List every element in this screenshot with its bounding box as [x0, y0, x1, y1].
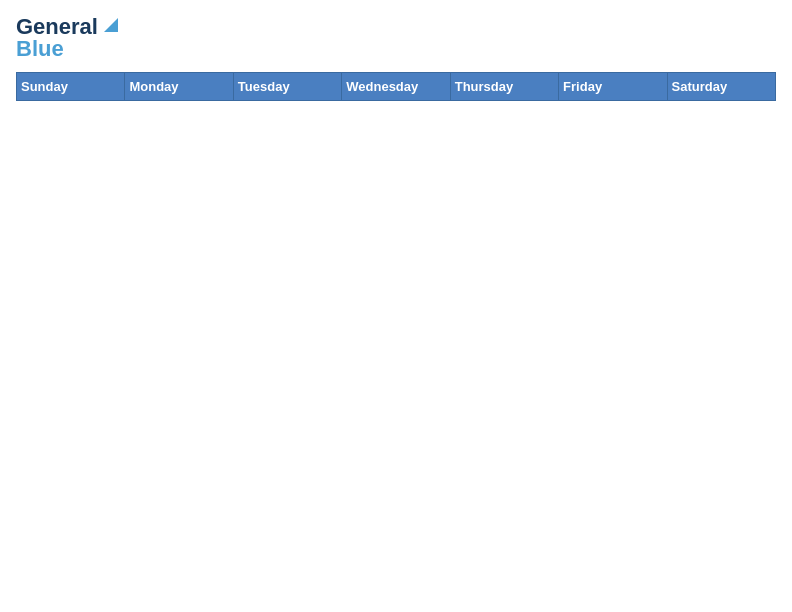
- calendar-table: SundayMondayTuesdayWednesdayThursdayFrid…: [16, 72, 776, 101]
- logo-triangle-icon: [100, 14, 122, 36]
- weekday-header-saturday: Saturday: [667, 73, 775, 101]
- weekday-header-thursday: Thursday: [450, 73, 558, 101]
- weekday-header-tuesday: Tuesday: [233, 73, 341, 101]
- logo: General Blue: [16, 16, 122, 60]
- logo-subtext: Blue: [16, 38, 64, 60]
- weekday-header-sunday: Sunday: [17, 73, 125, 101]
- logo-text: General: [16, 16, 98, 38]
- weekday-header-wednesday: Wednesday: [342, 73, 450, 101]
- page-header: General Blue: [16, 16, 776, 60]
- weekday-header-row: SundayMondayTuesdayWednesdayThursdayFrid…: [17, 73, 776, 101]
- weekday-header-monday: Monday: [125, 73, 233, 101]
- weekday-header-friday: Friday: [559, 73, 667, 101]
- svg-marker-0: [104, 18, 118, 32]
